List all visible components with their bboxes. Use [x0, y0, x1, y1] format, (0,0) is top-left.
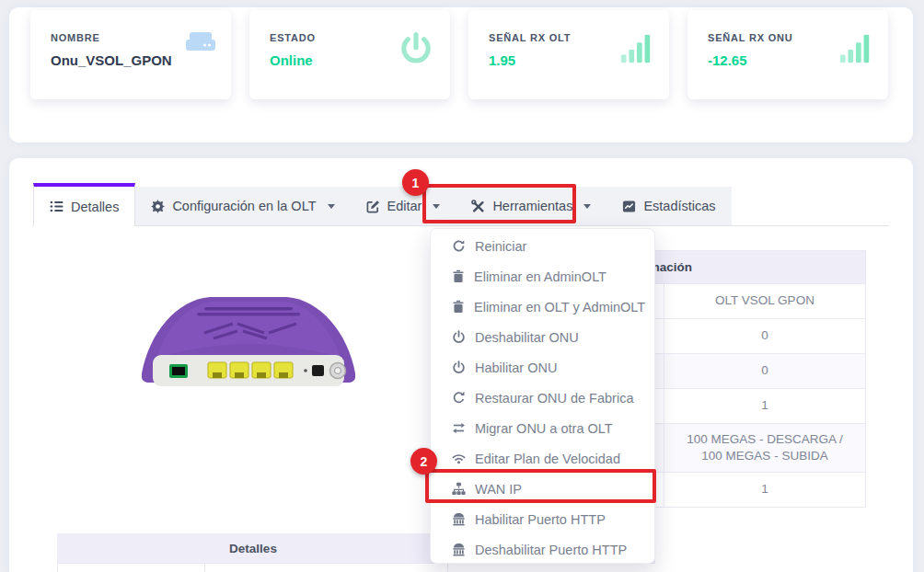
tab-herramientas[interactable]: Herramientas: [456, 187, 606, 225]
chevron-down-icon: [433, 204, 440, 209]
wifi-icon: [452, 452, 466, 465]
onu-device-image: [129, 285, 368, 405]
tab-estadisticas[interactable]: Estadísticas: [606, 187, 731, 225]
exchange-icon: [452, 421, 466, 435]
tab-detalles[interactable]: Detalles: [33, 183, 135, 226]
detalles-table-header: Detalles: [57, 533, 449, 563]
power-icon: [452, 360, 466, 374]
list-icon: [50, 200, 64, 213]
chevron-down-icon: [328, 204, 335, 209]
herramientas-dropdown-menu: Reiniciar Eliminar en AdminOLT Eliminar …: [430, 228, 655, 564]
info-value-cell: 0: [664, 319, 865, 353]
tab-label: Editar: [387, 199, 422, 213]
menu-item-habilitar-puerto-http[interactable]: Habilitar Puerto HTTP: [431, 504, 654, 534]
archway-icon: [452, 543, 466, 556]
chart-line-icon: [622, 200, 636, 213]
menu-item-deshabilitar-onu[interactable]: Deshabilitar ONU: [431, 322, 654, 352]
tab-configuracion-olt[interactable]: Configuración en la OLT: [135, 187, 350, 225]
tab-bar: Detalles Configuración en la OLT Editar: [33, 183, 889, 226]
trash-icon: [452, 269, 465, 283]
stat-card-estado: ESTADO Online: [249, 10, 450, 99]
menu-item-label: Habilitar Puerto HTTP: [475, 512, 606, 527]
menu-item-label: Restaurar ONU de Fabrica: [475, 391, 633, 406]
menu-item-eliminar-olt-adminolt[interactable]: Eliminar en OLT y AdminOLT: [431, 292, 654, 322]
menu-item-eliminar-adminolt[interactable]: Eliminar en AdminOLT: [431, 261, 654, 292]
tab-label: Detalles: [71, 200, 119, 214]
signal-bars-icon: [619, 30, 654, 69]
tab-label: Herramientas: [492, 199, 572, 213]
menu-item-label: WAN IP: [475, 482, 522, 497]
tab-label: Estadísticas: [643, 199, 715, 213]
edit-icon: [366, 200, 380, 213]
menu-item-habilitar-onu[interactable]: Habilitar ONU: [431, 352, 654, 383]
menu-item-label: Migrar ONU a otra OLT: [475, 421, 613, 436]
menu-item-label: Reiniciar: [475, 239, 526, 254]
tab-label: Configuración en la OLT: [172, 199, 316, 213]
sync-icon: [452, 239, 466, 253]
menu-item-editar-plan-velocidad[interactable]: Editar Plan de Velocidad: [431, 443, 654, 474]
info-value-cell: OLT VSOL GPON: [664, 284, 865, 318]
info-value-cell: 1: [664, 389, 865, 423]
step-badge-2: 2: [410, 448, 437, 475]
archway-icon: [452, 512, 466, 526]
stat-card-nombre: NOMBRE Onu_VSOL_GPON: [30, 10, 231, 99]
menu-item-label: Eliminar en OLT y AdminOLT: [474, 300, 645, 315]
power-icon: [397, 30, 435, 73]
menu-item-wan-ip[interactable]: WAN IP: [431, 474, 654, 504]
info-value-cell: 0: [664, 354, 865, 388]
stat-card-senal-rx-onu: SEÑAL RX ONU -12.65: [687, 10, 888, 99]
info-value-cell: 100 MEGAS - DESCARGA / 100 MEGAS - SUBID…: [664, 424, 865, 472]
stats-panel: NOMBRE Onu_VSOL_GPON ESTADO Online SEÑAL…: [9, 7, 913, 143]
menu-item-reiniciar[interactable]: Reiniciar: [431, 231, 654, 261]
power-icon: [452, 330, 466, 344]
router-device-icon: [185, 30, 216, 58]
menu-item-migrar-onu[interactable]: Migrar ONU a otra OLT: [431, 413, 654, 443]
trash-icon: [452, 300, 465, 314]
menu-item-label: Deshabilitar Puerto HTTP: [475, 543, 627, 557]
menu-item-label: Deshabilitar ONU: [475, 330, 579, 345]
menu-item-label: Editar Plan de Velocidad: [475, 452, 620, 466]
menu-item-deshabilitar-puerto-http[interactable]: Deshabilitar Puerto HTTP: [431, 534, 654, 565]
redo-icon: [452, 391, 466, 405]
stat-card-senal-rx-olt: SEÑAL RX OLT 1.95: [468, 10, 669, 99]
step-badge-1: 1: [402, 169, 429, 196]
info-value-cell: 1: [664, 473, 865, 507]
sitemap-icon: [452, 482, 466, 496]
chevron-down-icon: [583, 204, 591, 209]
menu-item-restaurar-fabrica[interactable]: Restaurar ONU de Fabrica: [431, 383, 654, 413]
tools-icon: [471, 200, 485, 213]
menu-item-label: Eliminar en AdminOLT: [474, 269, 606, 284]
gear-icon: [151, 200, 165, 213]
signal-bars-icon: [838, 30, 873, 69]
menu-item-label: Habilitar ONU: [475, 360, 557, 375]
tab-editar[interactable]: Editar: [351, 187, 456, 225]
